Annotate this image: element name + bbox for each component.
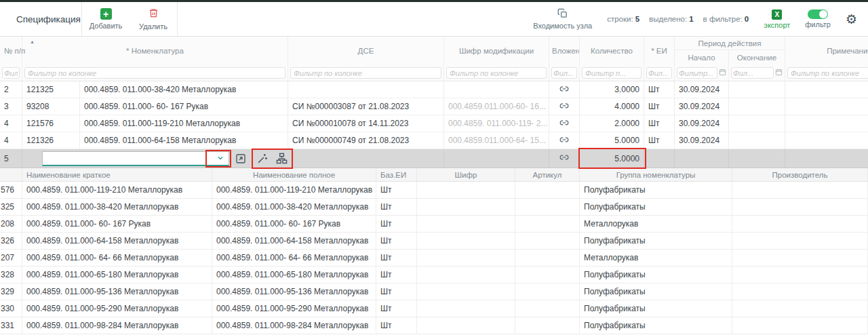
- link-icon[interactable]: [559, 135, 569, 146]
- spec-table-row[interactable]: 4 121576 000.4859. 011.000-119-210 Метал…: [0, 115, 868, 132]
- spec-table-row[interactable]: 3 93208 000.4859. 011.000- 60- 167 Рукав…: [0, 98, 868, 115]
- lookup-row[interactable]: 208 000.4859. 011.000- 60- 167 Рукав 000…: [0, 216, 868, 233]
- attachment-cell[interactable]: [549, 149, 580, 168]
- delete-button[interactable]: Удалить: [130, 7, 177, 31]
- export-button[interactable]: экспорт: [764, 9, 790, 29]
- start-date-cell: [675, 149, 729, 168]
- quantity-cell: 4.0000: [580, 98, 644, 115]
- column-header-attachments[interactable]: Вложения: [549, 37, 580, 65]
- dse-cell: СИ №000003087 от 21.08.2023: [288, 98, 444, 115]
- lookup-row[interactable]: 329 000.4859. 011.000-95-136 Металлорука…: [0, 283, 868, 300]
- lookup-row[interactable]: 326 000.4859. 011.000-64-158 Металлорука…: [0, 233, 868, 250]
- column-header-dse[interactable]: ДСЕ: [288, 37, 444, 65]
- filter-dse-input[interactable]: [290, 67, 441, 79]
- column-header-quantity[interactable]: Количество: [580, 37, 644, 65]
- lookup-id-cell: 329: [0, 283, 22, 300]
- attachment-cell[interactable]: [549, 132, 580, 149]
- calendar-icon[interactable]: [719, 68, 726, 78]
- lookup-row[interactable]: 330 000.4859. 011.000-95-290 Металлорука…: [0, 300, 868, 317]
- column-header-num[interactable]: № п/п: [0, 37, 22, 65]
- row-number-cell: 2: [0, 81, 22, 98]
- add-button[interactable]: Добавить: [82, 8, 130, 30]
- column-header-nomenclature[interactable]: * Номенклатура: [22, 37, 288, 65]
- spec-table-row[interactable]: 2 121325 000.4859. 011.000-38-420 Металл…: [0, 81, 868, 98]
- column-header-end[interactable]: Окончание: [729, 50, 785, 65]
- toolbar-right-cluster: Входимость узла строки:5 выделено:1 в фи…: [533, 8, 868, 30]
- editing-row[interactable]: 5: [0, 149, 868, 168]
- link-icon[interactable]: [559, 101, 569, 113]
- lookup-header-group[interactable]: Группа номенклатуры: [580, 168, 732, 181]
- lookup-header-short-name[interactable]: Наименование краткое: [22, 168, 212, 181]
- nomenclature-cell: 000.4859. 011.000-64-158 Металлорукав: [80, 132, 288, 149]
- lookup-row[interactable]: 576 000.4859. 011.000-119-210 Металлорук…: [0, 182, 868, 199]
- magic-wand-button[interactable]: [256, 152, 269, 165]
- lookup-header-manufacturer[interactable]: Производитель: [732, 168, 868, 181]
- column-header-start[interactable]: Начало: [675, 50, 729, 65]
- lookup-manufacturer-cell: [732, 216, 868, 232]
- filter-start-date-input[interactable]: [677, 67, 717, 79]
- lookup-row[interactable]: 207 000.4859. 011.000- 64- 66 Металлорук…: [0, 250, 868, 267]
- lookup-manufacturer-cell: [732, 300, 868, 317]
- period-group-header: Период действия: [675, 37, 785, 50]
- lookup-code-cell: [417, 233, 515, 249]
- filter-note-input[interactable]: [787, 67, 868, 79]
- row-counters: строки:5 выделено:1 в фильтре:0: [607, 15, 749, 23]
- spec-table-row[interactable]: 4 121326 000.4859. 011.000-64-158 Металл…: [0, 132, 868, 149]
- spec-table-filter-row: [0, 65, 868, 81]
- lookup-header-id[interactable]: [0, 168, 22, 181]
- filter-attachments-input[interactable]: [551, 67, 577, 79]
- node-usage-button[interactable]: Входимость узла: [533, 8, 592, 30]
- attachment-cell[interactable]: [549, 81, 580, 98]
- filter-toggle[interactable]: фильтр: [805, 9, 831, 28]
- lookup-full-name-cell: 000.4859. 011.000- 60- 167 Рукав: [212, 216, 376, 232]
- toggle-on-icon[interactable]: [808, 9, 828, 19]
- lookup-base-unit-cell: Шт: [376, 182, 417, 198]
- lookup-id-cell: 576: [0, 182, 22, 198]
- lookup-article-cell: [515, 182, 580, 198]
- code-cell: 121325: [22, 81, 80, 98]
- nomenclature-combo[interactable]: [42, 151, 229, 166]
- dse-cell: СИ №000000749 от 21.08.2023: [288, 132, 444, 149]
- hierarchy-tree-button[interactable]: [275, 152, 288, 165]
- lookup-header-article[interactable]: Артикул: [515, 168, 580, 181]
- lookup-manufacturer-cell: [732, 267, 868, 283]
- lookup-id-cell: 330: [0, 300, 22, 317]
- column-header-unit[interactable]: * ЕИ: [644, 37, 675, 65]
- filter-unit-input[interactable]: [646, 67, 672, 79]
- link-icon[interactable]: [559, 153, 569, 164]
- lookup-article-cell: [515, 216, 580, 232]
- filter-num-input[interactable]: [2, 67, 20, 79]
- lookup-article-cell: [515, 267, 580, 283]
- attachment-cell[interactable]: [549, 115, 580, 132]
- column-header-note[interactable]: Примечание: [785, 37, 868, 65]
- row-number-cell: 5: [0, 149, 22, 168]
- filter-mod-code-input[interactable]: [446, 67, 547, 79]
- nomenclature-edit-input[interactable]: [43, 152, 212, 165]
- lookup-manufacturer-cell: [732, 182, 868, 198]
- lookup-code-cell: [417, 283, 515, 300]
- open-card-button[interactable]: [234, 152, 248, 165]
- filtered-count: в фильтре:0: [703, 15, 749, 23]
- lookup-base-unit-cell: Шт: [376, 216, 417, 232]
- lookup-header-base-unit[interactable]: Баз.ЕИ: [376, 168, 417, 181]
- lookup-code-cell: [417, 250, 515, 266]
- chevron-down-icon[interactable]: [212, 152, 229, 165]
- lookup-row[interactable]: 328 000.4859. 011.000-65-180 Металлорука…: [0, 267, 868, 283]
- lookup-group-cell: Металлорукав: [580, 250, 732, 266]
- calendar-icon[interactable]: [775, 68, 783, 78]
- filter-quantity-input[interactable]: [582, 67, 642, 79]
- gear-icon[interactable]: [846, 13, 857, 26]
- lookup-short-name-cell: 000.4859. 011.000-119-210 Металлорукав: [22, 182, 212, 198]
- attachment-cell[interactable]: [549, 98, 580, 115]
- filter-nomenclature-input[interactable]: [24, 67, 285, 79]
- column-header-mod-code[interactable]: Шифр модификации: [444, 37, 549, 65]
- link-icon[interactable]: [559, 84, 569, 96]
- lookup-header-code[interactable]: Шифр: [417, 168, 515, 181]
- lookup-header-full-name[interactable]: Наименование полное: [212, 168, 376, 181]
- filter-end-date-input[interactable]: [731, 67, 774, 79]
- lookup-manufacturer-cell: [732, 250, 868, 266]
- link-icon[interactable]: [559, 118, 569, 130]
- lookup-short-name-cell: 000.4859. 011.000- 60- 167 Рукав: [22, 216, 212, 232]
- lookup-row[interactable]: 325 000.4859. 011.000-38-420 Металлорука…: [0, 199, 868, 216]
- lookup-row[interactable]: 331 000.4859. 011.000-98-284 Металлорука…: [0, 317, 868, 334]
